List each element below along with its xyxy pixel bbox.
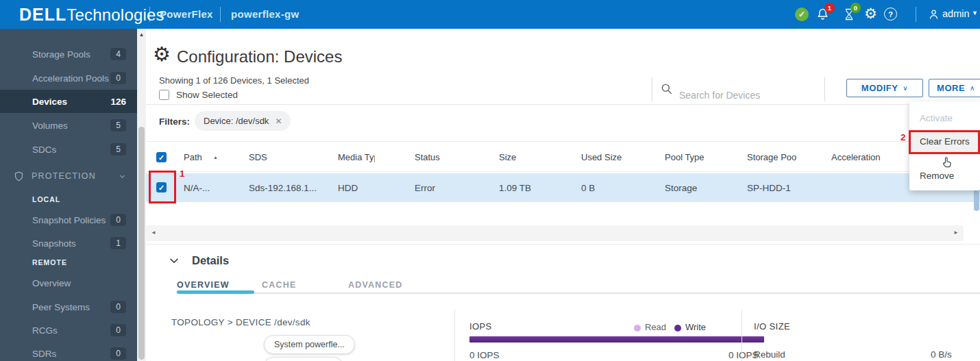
table-horizontal-scrollbar[interactable]: ◄ ► (146, 225, 964, 241)
brand-dell: DELL (19, 5, 66, 24)
column-header-media-type[interactable]: Media Typ (338, 152, 375, 162)
sidebar-item-label: SDRs (32, 349, 110, 359)
toolbar-divider (824, 77, 825, 101)
cell-status: Error (415, 183, 435, 193)
column-header-sds[interactable]: SDS (249, 152, 267, 162)
sidebar-item-volumes[interactable]: Volumes 5 (0, 114, 137, 137)
sidebar-item-label: RCGs (32, 325, 110, 336)
sidebar-item-snapshots[interactable]: Snapshots 1 (0, 232, 137, 255)
search-input[interactable]: Search for Devices (679, 90, 760, 101)
column-header-path[interactable]: Path (184, 152, 202, 162)
sort-asc-icon[interactable]: ▲ (213, 155, 218, 160)
scroll-right-arrow-icon[interactable]: ► (953, 229, 959, 236)
product-name[interactable]: PowerFlex (160, 8, 213, 20)
sidebar-item-label: Overview (32, 278, 126, 288)
menu-item-activate[interactable]: Activate (920, 113, 953, 123)
show-selected-checkbox[interactable] (159, 90, 169, 100)
page-vertical-scrollbar[interactable]: ▲ (137, 29, 146, 361)
tab-advanced[interactable]: ADVANCED (348, 280, 403, 290)
chevron-up-icon: ∧ (970, 84, 975, 92)
protection-shield-icon (13, 171, 25, 182)
health-ok-icon[interactable]: ✓ (795, 8, 809, 21)
sidebar-item-label: Storage Pools (32, 49, 110, 60)
sidebar-item-devices[interactable]: Devices 126 (0, 90, 137, 113)
cell-storage-pool: SP-HDD-1 (747, 183, 791, 193)
rebuild-label: Rebuild (754, 349, 785, 360)
sidebar-item-label: Snapshot Policies (32, 215, 110, 225)
chevron-down-icon (119, 173, 126, 180)
remove-filter-icon[interactable]: ✕ (275, 116, 282, 126)
annotation-step-2: 2 (901, 132, 906, 142)
page-title: Configuration: Devices (177, 47, 342, 66)
sidebar-header-remote: REMOTE (32, 258, 67, 266)
active-tab-indicator (177, 290, 254, 294)
cell-media-type: HDD (338, 183, 358, 193)
more-button[interactable]: MORE∧ (929, 79, 980, 97)
show-selected-label: Show Selected (176, 90, 238, 100)
iops-title: IOPS (469, 321, 492, 332)
dell-technologies-logo[interactable]: DELLTechnologies (19, 5, 164, 25)
tab-overview[interactable]: OVERVIEW (177, 280, 230, 290)
user-menu[interactable]: admin (942, 8, 970, 19)
column-header-status[interactable]: Status (415, 152, 440, 162)
select-all-checkbox[interactable]: ✓ (156, 152, 167, 162)
chevron-down-icon: ∨ (903, 84, 908, 92)
sidebar-nav: SDSs Storage Pools 4 Acceleration Pools … (0, 29, 137, 361)
sidebar-item-label: SDCs (32, 145, 110, 155)
topology-child-node[interactable] (264, 357, 343, 361)
scrollbar-thumb[interactable] (138, 127, 145, 360)
header-bottom-border (146, 171, 980, 172)
item-count-badge: 1 (110, 237, 126, 249)
scroll-up-arrow-icon[interactable]: ▲ (137, 32, 146, 38)
details-collapse-chevron-icon[interactable] (169, 256, 180, 265)
topology-system-node[interactable]: System powerfle... (264, 335, 355, 354)
details-column-divider (454, 310, 455, 361)
gateway-name[interactable]: powerflex-gw (231, 8, 299, 20)
item-count-badge: 0 (110, 72, 126, 84)
cell-sds: Sds-192.168.1... (249, 183, 317, 193)
scroll-left-arrow-icon[interactable]: ◄ (151, 229, 156, 236)
details-title[interactable]: Details (192, 254, 229, 267)
settings-gear-icon[interactable]: ⚙ (864, 5, 877, 22)
iops-left-value: 0 IOPS (469, 350, 500, 360)
sidebar-item-overview[interactable]: Overview (0, 271, 137, 295)
modify-button[interactable]: MODIFY∨ (846, 79, 923, 97)
sidebar-item-snapshot-policies[interactable]: Snapshot Policies 0 (0, 208, 137, 232)
cell-used-size: 0 B (581, 183, 595, 193)
column-header-size[interactable]: Size (499, 152, 516, 162)
sidebar-section-protection[interactable]: PROTECTION (0, 164, 137, 188)
filter-chip-device[interactable]: Device: /dev/sdk ✕ (195, 111, 291, 131)
item-count-badge: 0 (110, 347, 126, 360)
modify-button-label: MODIFY (861, 83, 898, 93)
protection-label: PROTECTION (32, 171, 112, 181)
write-legend-dot-icon (674, 325, 681, 332)
column-header-acceleration[interactable]: Acceleration (831, 152, 882, 162)
column-header-used-size[interactable]: Used Size (581, 152, 622, 162)
cell-pool-type: Storage (665, 183, 697, 193)
sidebar-item-storage-pools[interactable]: Storage Pools 4 (0, 42, 137, 66)
column-header-storage-pool[interactable]: Storage Poo (747, 152, 805, 162)
rebuild-value: 0 B/s (931, 349, 952, 360)
sidebar-item-label: SDSs (32, 29, 126, 31)
search-icon[interactable] (660, 82, 674, 96)
item-count-badge: 5 (110, 119, 126, 132)
tab-cache[interactable]: CACHE (262, 280, 296, 290)
sidebar-item-label: Acceleration Pools (32, 73, 110, 84)
cell-path: N/A-... (184, 183, 210, 193)
user-menu-caret-icon[interactable]: ▼ (972, 10, 978, 16)
sidebar-item-sdrs[interactable]: SDRs 0 (0, 342, 137, 361)
sidebar-item-acceleration-pools[interactable]: Acceleration Pools 0 (0, 66, 137, 90)
sidebar-item-rcgs[interactable]: RCGs 0 (0, 319, 137, 342)
menu-item-remove[interactable]: Remove (920, 171, 954, 181)
sidebar-item-sdcs[interactable]: SDCs 5 (0, 138, 137, 161)
details-column-divider (742, 310, 742, 361)
item-count-badge: 0 (110, 324, 126, 336)
sidebar-item-peer-systems[interactable]: Peer Systems 0 (0, 295, 137, 319)
write-legend-label: Write (685, 322, 706, 332)
help-icon[interactable]: ? (884, 8, 897, 21)
column-header-pool-type[interactable]: Pool Type (665, 152, 705, 162)
topbar-divider (916, 7, 916, 22)
sidebar-item-sdss[interactable]: SDSs (0, 29, 137, 37)
jobs-badge: 0 (850, 3, 861, 13)
item-count-badge: 0 (110, 301, 126, 313)
